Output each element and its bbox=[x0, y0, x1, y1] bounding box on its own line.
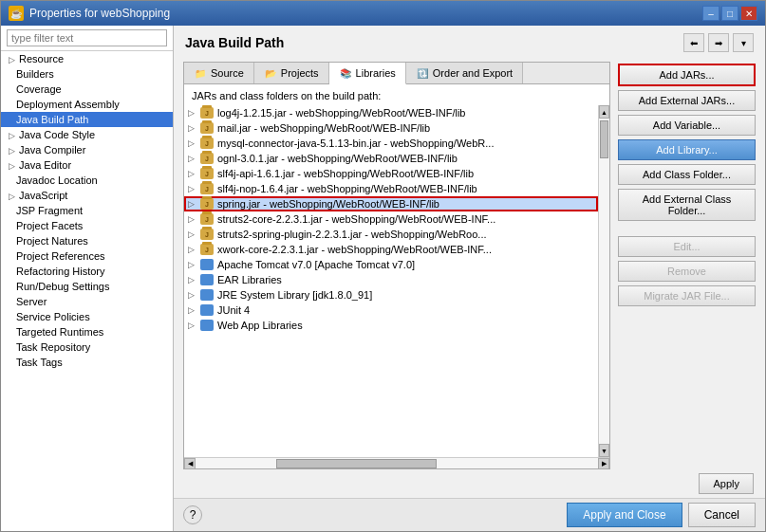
tab-icon: 📁 bbox=[194, 66, 207, 80]
tree-item[interactable]: ▷Jslf4j-nop-1.6.4.jar - webShopping/WebR… bbox=[184, 181, 598, 196]
action-btn-add-jars---[interactable]: Add JARs... bbox=[618, 64, 756, 86]
sidebar-item-jsp-fragment[interactable]: JSP Fragment bbox=[1, 203, 173, 218]
tab-projects[interactable]: 📂Projects bbox=[254, 63, 329, 83]
tree-item[interactable]: ▷Web App Libraries bbox=[184, 318, 598, 333]
horizontal-scrollbar[interactable]: ◀ ▶ bbox=[184, 457, 609, 468]
tree-item[interactable]: ▷Apache Tomcat v7.0 [Apache Tomcat v7.0] bbox=[184, 257, 598, 272]
filter-area bbox=[1, 26, 173, 51]
tab-libraries[interactable]: 📚Libraries bbox=[329, 63, 406, 84]
horiz-scroll-track[interactable] bbox=[196, 458, 598, 468]
nav-back-button[interactable]: ⬅ bbox=[683, 33, 704, 52]
sidebar-item-task-repository[interactable]: Task Repository bbox=[1, 339, 173, 355]
action-btn-add-class-folder---[interactable]: Add Class Folder... bbox=[618, 164, 756, 185]
help-button[interactable]: ? bbox=[183, 505, 202, 524]
main-content: ▷ ResourceBuildersCoverageDeployment Ass… bbox=[1, 26, 765, 531]
action-btn-add-external-class-folder---[interactable]: Add External Class Folder... bbox=[618, 189, 756, 221]
right-panel: Java Build Path ⬅ ➡ ▾ 📁Source📂Projects📚L… bbox=[174, 26, 765, 531]
jar-icon: J bbox=[199, 137, 215, 150]
panel-nav: ⬅ ➡ ▾ bbox=[683, 33, 754, 52]
filter-input[interactable] bbox=[7, 29, 167, 46]
tab-icon: 🔃 bbox=[416, 66, 429, 80]
tree-item[interactable]: ▷EAR Libraries bbox=[184, 272, 598, 287]
tree-item[interactable]: ▷JUnit 4 bbox=[184, 303, 598, 318]
window-title: Properties for webShopping bbox=[29, 7, 170, 20]
minimize-button[interactable]: – bbox=[702, 6, 719, 21]
tree-item[interactable]: ▷Jognl-3.0.1.jar - webShopping/WebRoot/W… bbox=[184, 151, 598, 166]
scroll-up-button[interactable]: ▲ bbox=[599, 105, 609, 119]
jar-icon: J bbox=[199, 167, 215, 180]
sidebar-item-java-build-path[interactable]: Java Build Path bbox=[1, 112, 173, 127]
tree-expand-arrow: ▷ bbox=[188, 229, 199, 239]
close-button[interactable]: ✕ bbox=[740, 6, 757, 21]
sidebar-item-resource[interactable]: ▷ Resource bbox=[1, 51, 173, 66]
tree-item[interactable]: ▷JRE System Library [jdk1.8.0_91] bbox=[184, 287, 598, 303]
tree-expand-arrow: ▷ bbox=[188, 154, 199, 163]
tab-source[interactable]: 📁Source bbox=[184, 63, 254, 83]
expand-arrow: ▷ bbox=[9, 146, 16, 156]
vertical-scrollbar[interactable]: ▲ ▼ bbox=[598, 105, 609, 457]
sidebar-item-coverage[interactable]: Coverage bbox=[1, 82, 173, 97]
scroll-down-button[interactable]: ▼ bbox=[599, 444, 609, 457]
sidebar-item-refactoring-history[interactable]: Refactoring History bbox=[1, 264, 173, 279]
tree-item-label: JUnit 4 bbox=[217, 304, 250, 316]
tree-expand-arrow: ▷ bbox=[188, 138, 199, 148]
tree-item-label: JRE System Library [jdk1.8.0_91] bbox=[217, 289, 372, 301]
sidebar-item-server[interactable]: Server bbox=[1, 294, 173, 309]
action-btn-add-library---[interactable]: Add Library... bbox=[618, 139, 756, 160]
lib-icon bbox=[199, 319, 215, 332]
tree-expand-arrow: ▷ bbox=[188, 275, 199, 284]
tree-item[interactable]: ▷Jstruts2-core-2.2.3.1.jar - webShopping… bbox=[184, 211, 598, 227]
tree-item[interactable]: ▷Jmysql-connector-java-5.1.13-bin.jar - … bbox=[184, 136, 598, 151]
tab-order-and-export[interactable]: 🔃Order and Export bbox=[406, 63, 523, 83]
sidebar-item-java-editor[interactable]: ▷ Java Editor bbox=[1, 157, 173, 173]
tab-label: Source bbox=[211, 67, 244, 79]
lib-icon bbox=[199, 273, 215, 286]
sidebar-item-javadoc-location[interactable]: Javadoc Location bbox=[1, 173, 173, 188]
action-btn-add-variable---[interactable]: Add Variable... bbox=[618, 115, 756, 136]
tree-item-label: Apache Tomcat v7.0 [Apache Tomcat v7.0] bbox=[217, 259, 415, 270]
nav-forward-button[interactable]: ➡ bbox=[708, 33, 729, 52]
jar-icon: J bbox=[199, 243, 215, 256]
sidebar-item-task-tags[interactable]: Task Tags bbox=[1, 355, 173, 370]
sidebar-tree: ▷ ResourceBuildersCoverageDeployment Ass… bbox=[1, 51, 173, 531]
sidebar-item-run-debug-settings[interactable]: Run/Debug Settings bbox=[1, 279, 173, 294]
tab-icon: 📂 bbox=[264, 66, 277, 80]
sidebar-item-project-references[interactable]: Project References bbox=[1, 248, 173, 264]
action-btn-add-external-jars---[interactable]: Add External JARs... bbox=[618, 90, 756, 111]
apply-and-close-button[interactable]: Apply and Close bbox=[567, 503, 682, 527]
tree-item[interactable]: ▷Jxwork-core-2.2.3.1.jar - webShopping/W… bbox=[184, 242, 598, 257]
nav-menu-button[interactable]: ▾ bbox=[733, 33, 754, 52]
tabs-and-tree: 📁Source📂Projects📚Libraries🔃Order and Exp… bbox=[183, 62, 610, 469]
cancel-button[interactable]: Cancel bbox=[688, 503, 756, 527]
tree-item[interactable]: ▷Jstruts2-spring-plugin-2.2.3.1.jar - we… bbox=[184, 227, 598, 242]
scroll-right-button[interactable]: ▶ bbox=[598, 458, 609, 469]
scroll-track[interactable] bbox=[599, 119, 609, 444]
sidebar-item-project-natures[interactable]: Project Natures bbox=[1, 233, 173, 248]
maximize-button[interactable]: □ bbox=[721, 6, 738, 21]
sidebar-item-deployment-assembly[interactable]: Deployment Assembly bbox=[1, 97, 173, 112]
button-separator bbox=[618, 225, 756, 232]
sidebar-item-project-facets[interactable]: Project Facets bbox=[1, 218, 173, 233]
sidebar-item-java-code-style[interactable]: ▷ Java Code Style bbox=[1, 127, 173, 142]
tree-item[interactable]: ▷Jspring.jar - webShopping/WebRoot/WEB-I… bbox=[184, 196, 598, 211]
tree-item-label: xwork-core-2.2.3.1.jar - webShopping/Web… bbox=[217, 244, 492, 255]
tree-item[interactable]: ▷Jslf4j-api-1.6.1.jar - webShopping/WebR… bbox=[184, 166, 598, 181]
tab-icon: 📚 bbox=[339, 66, 352, 80]
sidebar-item-targeted-runtimes[interactable]: Targeted Runtimes bbox=[1, 324, 173, 339]
panel-title: Java Build Path bbox=[185, 35, 284, 50]
tree-item[interactable]: ▷Jlog4j-1.2.15.jar - webShopping/WebRoot… bbox=[184, 105, 598, 120]
sidebar-item-javascript[interactable]: ▷ JavaScript bbox=[1, 188, 173, 203]
sidebar-item-java-compiler[interactable]: ▷ Java Compiler bbox=[1, 142, 173, 157]
apply-button[interactable]: Apply bbox=[699, 473, 754, 494]
tree-item[interactable]: ▷Jmail.jar - webShopping/WebRoot/WEB-INF… bbox=[184, 120, 598, 136]
tree-item-label: slf4j-nop-1.6.4.jar - webShopping/WebRoo… bbox=[217, 183, 477, 194]
action-buttons-panel: Add JARs...Add External JARs...Add Varia… bbox=[618, 62, 756, 469]
scroll-left-button[interactable]: ◀ bbox=[184, 458, 196, 469]
tree-item-label: ognl-3.0.1.jar - webShopping/WebRoot/WEB… bbox=[217, 153, 458, 164]
sidebar-item-service-policies[interactable]: Service Policies bbox=[1, 309, 173, 324]
tree-item-label: slf4j-api-1.6.1.jar - webShopping/WebRoo… bbox=[217, 168, 474, 179]
tree-expand-arrow: ▷ bbox=[188, 108, 199, 118]
sidebar-item-builders[interactable]: Builders bbox=[1, 66, 173, 82]
scroll-thumb[interactable] bbox=[600, 120, 608, 158]
horiz-scroll-thumb[interactable] bbox=[276, 459, 438, 468]
